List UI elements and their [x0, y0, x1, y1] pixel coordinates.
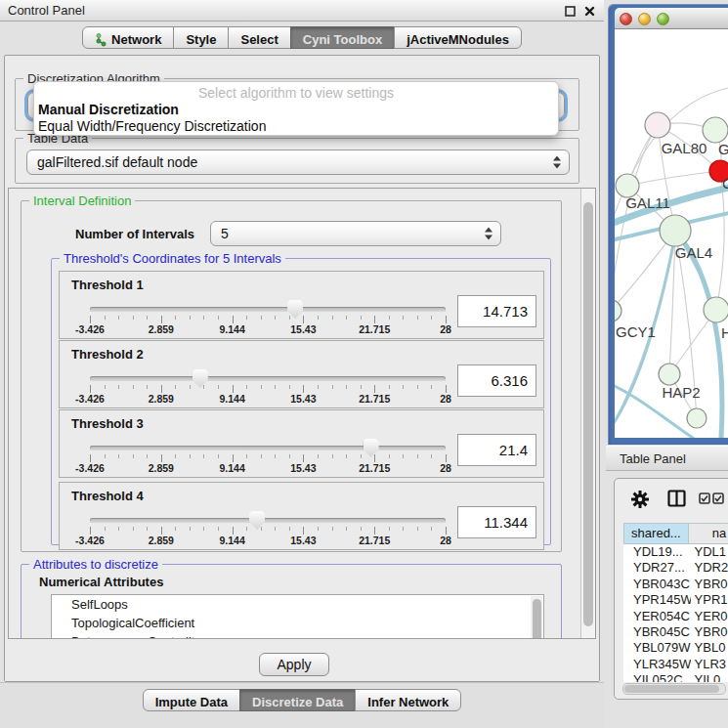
zoom-traffic-light[interactable]	[657, 13, 669, 25]
tab-jactivemnodules[interactable]: jActiveMNodules	[394, 26, 522, 49]
table-row[interactable]: YBR043CYBR0	[623, 577, 728, 592]
cell-name[interactable]: YBL0	[691, 640, 728, 656]
cell-name[interactable]: YER0	[691, 609, 728, 624]
attribute-list-item[interactable]: BetweennessCentrality	[52, 632, 543, 639]
tick-label: 21.715	[359, 323, 390, 335]
tick-mark	[332, 385, 333, 389]
cell-name[interactable]: YBR0	[691, 624, 728, 640]
attributes-scrollbar-thumb[interactable]	[533, 599, 541, 639]
tab-select-label: Select	[240, 32, 278, 47]
table-horizontal-scrollbar[interactable]	[622, 683, 726, 695]
tick-mark	[389, 316, 390, 320]
node-attribute-table[interactable]: shared... na YDL19...YDL1YDR27...YDR2YBR…	[623, 523, 728, 682]
table-row[interactable]: YDR27...YDR2	[623, 560, 728, 576]
settings-scrollpanel: Interval Definition Number of Intervals …	[8, 188, 596, 639]
checkbox-icon[interactable]	[699, 492, 710, 504]
close-traffic-light[interactable]	[620, 13, 632, 25]
option-equal-width-frequency[interactable]: Equal Width/Frequency Discretization	[34, 118, 558, 135]
minimize-traffic-light[interactable]	[638, 13, 651, 25]
close-icon[interactable]	[583, 5, 596, 18]
column-header-shared-name[interactable]: shared...	[623, 523, 689, 544]
table-row[interactable]: YLR345WYLR3	[623, 657, 728, 672]
tick-labels: -3.4262.8599.14415.4321.71528	[90, 393, 446, 405]
tick-mark	[417, 454, 418, 458]
tick-mark	[233, 454, 234, 462]
tick-mark	[403, 527, 404, 531]
numerical-attributes-list[interactable]: SelfLoopsTopologicalCoefficientBetweenne…	[51, 594, 544, 639]
tick-mark	[446, 527, 447, 535]
cell-shared-name[interactable]: YIL052C	[623, 672, 691, 682]
threshold-2-value-field[interactable]: 6.316	[457, 364, 536, 397]
node-circle[interactable]	[645, 112, 670, 138]
tab-style[interactable]: Style	[173, 26, 229, 49]
node-circle[interactable]	[704, 297, 728, 322]
table-row[interactable]: YDL19...YDL1	[623, 544, 728, 560]
cell-name[interactable]: YBR0	[691, 577, 728, 592]
cell-name[interactable]: YIL0	[691, 672, 728, 682]
tab-infer-network-label: Infer Network	[367, 695, 449, 709]
threshold-2-slider-track[interactable]	[90, 376, 446, 381]
cell-name[interactable]: YPR1	[691, 592, 728, 608]
tab-style-label: Style	[186, 32, 216, 47]
table-data-combobox[interactable]: galFiltered.sif default node	[26, 150, 570, 175]
table-row[interactable]: YBR045CYBR0	[623, 624, 728, 640]
tab-cyni-toolbox[interactable]: Cyni Toolbox	[290, 26, 395, 49]
tick-mark	[403, 385, 404, 389]
node-circle[interactable]	[687, 408, 707, 428]
table-row[interactable]: YBL079WYBL0	[623, 640, 728, 656]
settings-scrollbar-thumb[interactable]	[583, 202, 593, 626]
tick-mark	[190, 316, 191, 320]
threshold-1-slider-track[interactable]	[90, 307, 446, 312]
node-circle[interactable]	[659, 364, 680, 385]
cell-name[interactable]: YLR3	[691, 657, 728, 672]
threshold-4-value-field[interactable]: 11.344	[457, 506, 536, 538]
cell-shared-name[interactable]: YER054C	[623, 609, 691, 624]
settings-vertical-scrollbar[interactable]	[580, 189, 595, 638]
cell-shared-name[interactable]: YDR27...	[623, 560, 691, 576]
cell-name[interactable]: YDL1	[691, 544, 728, 560]
apply-button[interactable]: Apply	[259, 653, 329, 676]
cell-shared-name[interactable]: YPR145W	[623, 592, 691, 608]
tab-infer-network[interactable]: Infer Network	[355, 689, 461, 711]
node-label: G	[718, 141, 728, 157]
table-row[interactable]: YER054CYER0	[623, 609, 728, 624]
cell-shared-name[interactable]: YBR043C	[623, 577, 691, 592]
cell-shared-name[interactable]: YBL079W	[623, 640, 691, 656]
network-canvas[interactable]: GAL80 G GAL11 GAL4 GCY1 HAP2 H C	[615, 29, 728, 438]
cell-shared-name[interactable]: YLR345W	[623, 657, 691, 672]
cell-shared-name[interactable]: YBR045C	[623, 624, 691, 640]
cell-name[interactable]: YDR2	[691, 560, 728, 576]
tab-network[interactable]: Network	[82, 26, 174, 49]
table-row[interactable]: YPR145WYPR1	[623, 592, 728, 608]
gear-icon[interactable]	[630, 490, 650, 509]
tick-mark	[374, 385, 375, 393]
tick-mark	[161, 527, 162, 535]
number-of-intervals-combobox[interactable]: 5	[210, 221, 501, 246]
attributes-list-scrollbar[interactable]	[531, 596, 542, 639]
option-manual-discretization[interactable]: Manual Discretization	[34, 102, 558, 118]
tab-impute-data[interactable]: Impute Data	[143, 689, 240, 711]
float-window-icon[interactable]	[564, 5, 577, 18]
tick-mark	[403, 454, 404, 458]
algorithm-dropdown-popup: Select algorithm to view settings Manual…	[33, 81, 559, 136]
table-row[interactable]: YIL052CYIL0	[623, 672, 728, 682]
attribute-list-item[interactable]: TopologicalCoefficient	[52, 614, 543, 632]
bottom-tab-strip: Impute Data Discretize Data Infer Networ…	[0, 682, 604, 728]
threshold-3-slider-track[interactable]	[90, 446, 446, 450]
column-header-name[interactable]: na	[689, 523, 728, 544]
tick-mark	[118, 385, 119, 389]
cell-shared-name[interactable]: YDL19...	[623, 544, 691, 560]
checkbox-icon[interactable]	[712, 492, 724, 504]
table-panel-body: shared... na YDL19...YDL1YDR27...YDR2YBR…	[614, 478, 728, 700]
attribute-list-item[interactable]: SelfLoops	[52, 595, 543, 614]
split-columns-icon[interactable]	[667, 490, 686, 507]
table-scrollbar-thumb[interactable]	[624, 685, 719, 693]
network-window-titlebar[interactable]	[615, 8, 728, 29]
threshold-3-value-field[interactable]: 21.4	[457, 434, 536, 466]
tab-discretize-data[interactable]: Discretize Data	[239, 689, 356, 711]
threshold-4-slider-track[interactable]	[90, 518, 446, 523]
threshold-1-value-field[interactable]: 14.713	[457, 295, 536, 327]
node-circle[interactable]	[615, 300, 621, 321]
tab-select[interactable]: Select	[228, 26, 290, 49]
node-circle[interactable]	[660, 215, 691, 246]
